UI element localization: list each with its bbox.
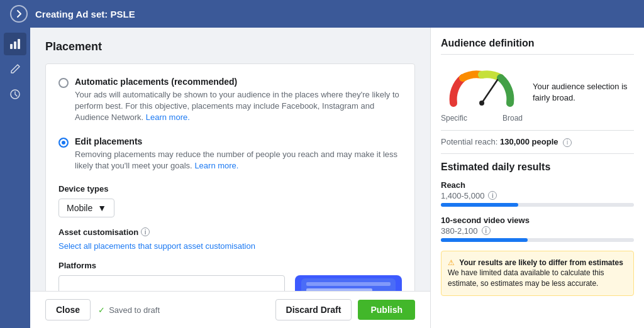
automatic-radio[interactable] <box>58 78 69 88</box>
platforms-row: ▼ Facebook ✓ <box>58 275 402 291</box>
top-nav: Creating Ad set: PSLE <box>0 0 644 28</box>
device-types-label: Device types <box>58 184 402 194</box>
video-views-bar-bg <box>441 238 634 242</box>
reach-value: 1,400-5,000 <box>441 191 484 200</box>
facebook-platform-item[interactable]: ▼ Facebook ✓ <box>58 275 285 291</box>
placement-card: Automatic placements (recommended) Your … <box>45 63 415 291</box>
center-content: Placement Automatic placements (recommen… <box>30 28 430 328</box>
video-views-info-icon[interactable]: i <box>482 226 491 235</box>
right-panel-content: Audience definition <box>431 28 644 328</box>
right-panel: Audience definition <box>430 28 644 328</box>
estimated-daily-results-section: Estimated daily results Reach 1,400-5,00… <box>441 153 634 296</box>
audience-definition-section: Audience definition <box>441 38 634 153</box>
platforms-section: Platforms ▼ Facebook ✓ <box>58 261 402 291</box>
potential-reach-label: Potential reach: <box>441 137 497 146</box>
svg-rect-1 <box>14 41 16 49</box>
edit-placement-desc: Removing placements may reduce the numbe… <box>75 149 402 172</box>
automatic-placement-label: Automatic placements (recommended) <box>75 77 402 87</box>
device-types-section: Device types Mobile ▼ <box>58 184 402 217</box>
estimated-title: Estimated daily results <box>441 153 634 173</box>
left-sidebar <box>0 28 30 328</box>
gauge-container: Specific Broad Your audience selection i… <box>441 62 634 123</box>
reach-bar-fill <box>441 203 518 207</box>
svg-rect-2 <box>18 39 20 49</box>
check-icon: ✓ <box>98 305 105 315</box>
reach-bar-bg <box>441 203 634 207</box>
phone-bar-2 <box>306 288 372 291</box>
sidebar-icon-history[interactable] <box>4 83 26 106</box>
page-title: Creating Ad set: PSLE <box>35 9 135 19</box>
edit-radio[interactable] <box>58 138 69 148</box>
sidebar-icon-edit[interactable] <box>4 58 26 80</box>
video-views-label: 10-second video views <box>441 216 634 225</box>
potential-reach: Potential reach: 130,000 people i <box>441 130 634 153</box>
edit-placement-option[interactable]: Edit placements Removing placements may … <box>58 136 402 172</box>
video-views-bar-fill <box>441 238 528 242</box>
gauge-chart <box>441 62 523 112</box>
automatic-placement-option[interactable]: Automatic placements (recommended) Your … <box>58 77 402 124</box>
gauge-broad-label: Broad <box>502 114 523 123</box>
dropdown-arrow-icon: ▼ <box>97 203 106 213</box>
device-types-value: Mobile <box>67 203 92 213</box>
bottom-left: Close ✓ Saved to draft <box>45 299 160 320</box>
warning-icon: ⚠ <box>448 258 455 267</box>
main-body: Placement Automatic placements (recommen… <box>0 28 644 328</box>
reach-label: Reach <box>441 180 634 190</box>
automatic-placement-desc: Your ads will automatically be shown to … <box>75 89 402 124</box>
platforms-label: Platforms <box>58 261 402 270</box>
reach-info-icon[interactable]: i <box>488 191 497 200</box>
warning-text: We have limited data available to calcul… <box>448 268 604 288</box>
saved-label: Saved to draft <box>109 305 160 315</box>
edit-learn-more-link[interactable]: Learn more. <box>194 161 238 170</box>
svg-rect-0 <box>10 44 13 49</box>
publish-button[interactable]: Publish <box>358 300 415 320</box>
asset-customisation-section: Asset customisation i Select all placeme… <box>58 227 402 251</box>
phone-bar-1 <box>306 282 391 286</box>
video-views-value: 380-2,100 <box>441 226 478 236</box>
sidebar-icon-analytics[interactable] <box>4 33 26 55</box>
edit-placement-label: Edit placements <box>75 136 402 146</box>
saved-status: ✓ Saved to draft <box>98 305 160 315</box>
bottom-right: Discard Draft Publish <box>275 299 415 320</box>
content-area: Placement Automatic placements (recommen… <box>30 28 430 291</box>
gauge-labels: Specific Broad <box>441 114 523 123</box>
reach-metric: Reach 1,400-5,000 i <box>441 180 634 207</box>
asset-customisation-label: Asset customisation i <box>58 227 402 237</box>
asset-info-icon[interactable]: i <box>141 227 150 236</box>
device-types-dropdown[interactable]: Mobile ▼ <box>58 199 114 217</box>
svg-point-6 <box>479 101 484 106</box>
warning-box: ⚠ Your results are likely to differ from… <box>441 251 634 296</box>
asset-customisation-link[interactable]: Select all placements that support asset… <box>58 241 255 251</box>
placement-section-title: Placement <box>45 40 415 53</box>
video-views-metric: 10-second video views 380-2,100 i <box>441 216 634 242</box>
phone-preview <box>295 275 402 291</box>
potential-reach-info-icon[interactable]: i <box>563 138 572 147</box>
audience-definition-title: Audience definition <box>441 38 634 55</box>
bottom-bar: Close ✓ Saved to draft Discard Draft Pub… <box>30 291 430 328</box>
close-button[interactable]: Close <box>45 299 91 320</box>
gauge-specific-label: Specific <box>441 114 467 123</box>
automatic-learn-more-link[interactable]: Learn more. <box>146 112 190 122</box>
warning-title: Your results are likely to differ from e… <box>459 258 623 267</box>
potential-reach-value: 130,000 people <box>500 137 558 146</box>
discard-draft-button[interactable]: Discard Draft <box>275 299 352 320</box>
nav-back-button[interactable] <box>10 5 28 23</box>
audience-description: Your audience selection is fairly broad. <box>533 81 634 104</box>
svg-line-5 <box>482 80 497 103</box>
